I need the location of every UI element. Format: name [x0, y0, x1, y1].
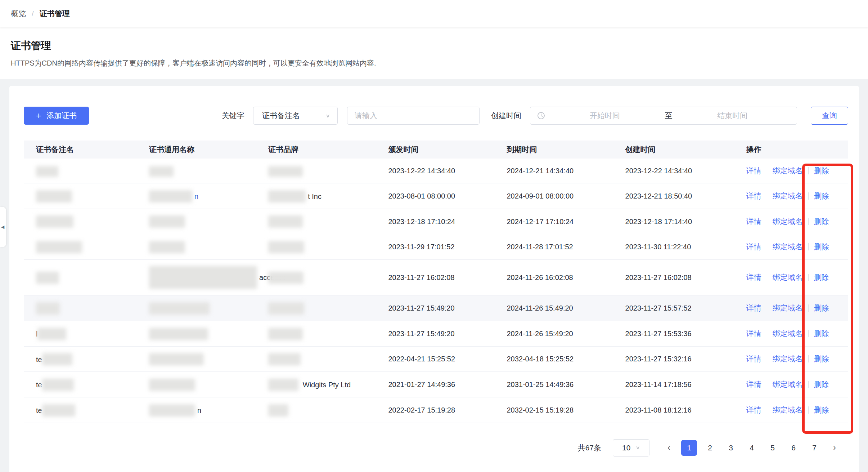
bind-domain-link[interactable]: 绑定域名	[773, 192, 803, 200]
table-row: 2023-11-29 17:01:522024-11-28 17:01:5220…	[24, 234, 848, 260]
redacted-blur	[37, 328, 66, 340]
table-row: nt Inc2023-08-01 08:00:002024-09-01 08:0…	[24, 183, 848, 209]
bind-domain-link[interactable]: 绑定域名	[773, 329, 803, 338]
bind-domain-link[interactable]: 绑定域名	[773, 166, 803, 175]
page-number-3[interactable]: 3	[723, 440, 739, 456]
delete-link[interactable]: 删除	[814, 304, 829, 312]
page-number-6[interactable]: 6	[786, 440, 801, 456]
brand-cell	[268, 321, 388, 346]
redacted-blur	[42, 379, 74, 391]
created-time-cell: 2023-11-27 15:32:16	[625, 346, 746, 372]
detail-link[interactable]: 详情	[746, 192, 761, 200]
redacted-blur	[36, 302, 60, 315]
action-separator	[767, 243, 767, 250]
issued-time-cell: 2023-11-27 15:49:20	[388, 321, 507, 346]
action-separator	[767, 330, 767, 337]
detail-link[interactable]: 详情	[746, 273, 761, 281]
delete-link[interactable]: 删除	[814, 355, 829, 363]
action-separator	[767, 381, 767, 388]
delete-link[interactable]: 删除	[814, 192, 829, 200]
keyword-input[interactable]	[347, 107, 480, 125]
table-header-row: 证书备注名 证书通用名称 证书品牌 颁发时间 到期时间 创建时间 操作	[24, 141, 848, 159]
page-size-select[interactable]: 10 ∨	[613, 439, 649, 457]
bind-domain-link[interactable]: 绑定域名	[773, 355, 803, 363]
common-cell	[149, 295, 268, 321]
redacted-blur	[149, 379, 195, 391]
actions-cell: 详情绑定域名删除	[746, 234, 848, 260]
keyword-type-select[interactable]: 证书备注名 ∨	[253, 107, 338, 125]
created-time-cell: 2023-12-21 18:50:40	[625, 183, 746, 209]
table-row: 2023-12-18 17:10:242024-12-17 17:10:2420…	[24, 209, 848, 234]
expire-time-cell: 2024-11-28 17:01:52	[507, 234, 625, 260]
delete-link[interactable]: 删除	[814, 166, 829, 175]
page-number-1[interactable]: 1	[681, 440, 697, 456]
redacted-blur	[36, 241, 82, 253]
brand-cell: Widgits Pty Ltd	[268, 372, 388, 397]
table-body: 2023-12-22 14:34:402024-12-21 14:34:4020…	[24, 159, 848, 423]
brand-cell	[268, 346, 388, 372]
bind-domain-link[interactable]: 绑定域名	[773, 242, 803, 251]
bind-domain-link[interactable]: 绑定域名	[773, 304, 803, 312]
table-row: te Widgits Pty Ltd2021-01-27 14:49:36203…	[24, 372, 848, 397]
redacted-blur	[149, 353, 204, 365]
detail-link[interactable]: 详情	[746, 406, 761, 414]
clock-icon	[537, 111, 545, 120]
expire-time-cell: 2032-02-15 15:19:28	[507, 397, 625, 423]
brand-cell	[268, 397, 388, 423]
detail-link[interactable]: 详情	[746, 217, 761, 226]
delete-link[interactable]: 删除	[814, 273, 829, 281]
col-created-time: 创建时间	[625, 141, 746, 159]
date-range-picker[interactable]: 开始时间 至 结束时间	[530, 107, 797, 125]
table-row: accesso2023-11-27 16:02:082024-11-26 16:…	[24, 260, 848, 295]
page-title: 证书管理	[11, 39, 857, 53]
prev-page-button[interactable]: ‹	[662, 443, 676, 453]
issued-time-cell: 2023-12-22 14:34:40	[388, 159, 507, 183]
detail-link[interactable]: 详情	[746, 329, 761, 338]
redacted-blur	[268, 302, 304, 315]
content-card: + 添加证书 关键字 证书备注名 ∨ 创建时间 开始时间 至 结束时间 查询	[9, 86, 859, 472]
bind-domain-link[interactable]: 绑定域名	[773, 406, 803, 414]
page-number-7[interactable]: 7	[806, 440, 822, 456]
detail-link[interactable]: 详情	[746, 166, 761, 175]
delete-link[interactable]: 删除	[814, 380, 829, 388]
bind-domain-link[interactable]: 绑定域名	[773, 380, 803, 388]
remark-cell	[24, 295, 149, 321]
add-certificate-button[interactable]: + 添加证书	[24, 107, 89, 125]
action-separator	[808, 274, 809, 281]
chevron-down-icon: ∨	[635, 445, 640, 451]
action-separator	[767, 192, 767, 200]
issued-time-cell: 2022-04-21 15:25:52	[388, 346, 507, 372]
redacted-blur	[36, 215, 73, 228]
sidebar-collapse-handle[interactable]: ◀	[0, 207, 6, 247]
table-row: l2023-11-27 15:49:202024-11-26 15:49:202…	[24, 321, 848, 346]
issued-time-cell: 2023-08-01 08:00:00	[388, 183, 507, 209]
redacted-blur	[268, 272, 303, 284]
certificate-table: 证书备注名 证书通用名称 证书品牌 颁发时间 到期时间 创建时间 操作 2023…	[24, 141, 848, 423]
col-remark-name: 证书备注名	[24, 141, 149, 159]
breadcrumb-overview[interactable]: 概览	[11, 9, 26, 19]
issued-time-cell: 2022-02-17 15:19:28	[388, 397, 507, 423]
issued-time-cell: 2023-11-29 17:01:52	[388, 234, 507, 260]
redacted-blur	[268, 241, 304, 253]
delete-link[interactable]: 删除	[814, 242, 829, 251]
delete-link[interactable]: 删除	[814, 217, 829, 226]
page-number-4[interactable]: 4	[744, 440, 760, 456]
delete-link[interactable]: 删除	[814, 406, 829, 414]
delete-link[interactable]: 删除	[814, 329, 829, 338]
detail-link[interactable]: 详情	[746, 355, 761, 363]
page-description: HTTPS为CDN的网络内容传输提供了更好的保障，客户端在极速访问内容的同时，可…	[11, 58, 857, 68]
page-number-5[interactable]: 5	[765, 440, 781, 456]
collapse-left-icon: ◀	[1, 224, 4, 230]
detail-link[interactable]: 详情	[746, 242, 761, 251]
bind-domain-link[interactable]: 绑定域名	[773, 217, 803, 226]
next-page-button[interactable]: ›	[827, 443, 842, 453]
detail-link[interactable]: 详情	[746, 304, 761, 312]
redacted-blur	[42, 353, 72, 365]
action-separator	[767, 304, 767, 312]
page-number-2[interactable]: 2	[702, 440, 718, 456]
query-button[interactable]: 查询	[811, 107, 848, 125]
redacted-blur	[268, 328, 303, 340]
bind-domain-link[interactable]: 绑定域名	[773, 273, 803, 281]
detail-link[interactable]: 详情	[746, 380, 761, 388]
action-separator	[767, 355, 767, 362]
